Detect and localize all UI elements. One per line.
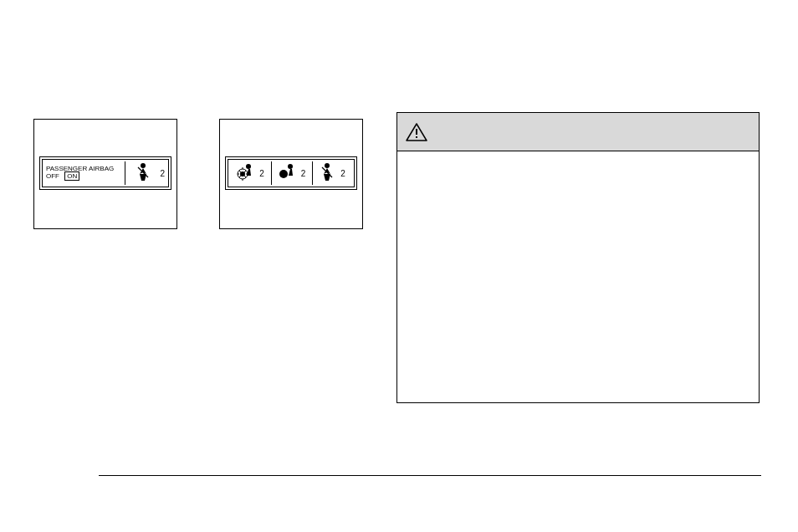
svg-point-4 xyxy=(288,164,293,169)
seatbelt-icon xyxy=(320,162,335,184)
illustration-panel-us: PASSENGER AIRBAG OFF ON 2 xyxy=(33,119,177,229)
seatbelt-icon xyxy=(136,162,151,184)
indicator-panel-inner: 2 2 xyxy=(228,159,355,187)
document-page: PASSENGER AIRBAG OFF ON 2 xyxy=(0,0,798,532)
airbag-off-digit: 2 xyxy=(259,169,264,178)
indicator-panel-outer: PASSENGER AIRBAG OFF ON 2 xyxy=(39,156,171,190)
passenger-airbag-line2: OFF xyxy=(46,172,59,180)
on-indicator-box: ON xyxy=(64,171,79,181)
airbag-on-icon xyxy=(279,162,295,184)
divider-line xyxy=(312,161,313,185)
svg-rect-7 xyxy=(416,129,417,135)
airbag-on-digit: 2 xyxy=(301,169,306,178)
caution-box xyxy=(396,112,760,403)
svg-rect-8 xyxy=(416,136,417,138)
airbag-off-icon xyxy=(237,162,253,184)
indicator-panel-inner: PASSENGER AIRBAG OFF ON 2 xyxy=(42,159,169,187)
svg-point-5 xyxy=(279,170,288,178)
passenger-airbag-line1: PASSENGER AIRBAG xyxy=(46,165,114,172)
svg-point-6 xyxy=(325,163,330,168)
svg-point-1 xyxy=(246,164,251,169)
warning-triangle-icon xyxy=(406,123,427,141)
divider-line xyxy=(125,161,125,185)
seatbelt-count: 2 xyxy=(160,169,165,178)
caution-header xyxy=(397,113,759,151)
page-footer-rule xyxy=(99,475,761,476)
seatbelt-count: 2 xyxy=(340,169,345,178)
divider-line xyxy=(271,161,272,185)
indicator-panel-outer: 2 2 xyxy=(225,156,357,190)
passenger-airbag-text: PASSENGER AIRBAG OFF ON xyxy=(46,166,114,181)
svg-point-0 xyxy=(141,163,146,168)
illustration-panel-canada: 2 2 xyxy=(219,119,363,229)
